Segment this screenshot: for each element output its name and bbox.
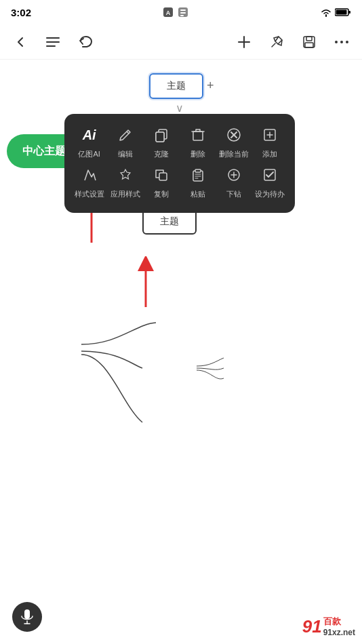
svg-rect-5 <box>180 15 184 16</box>
svg-point-19 <box>340 41 343 43</box>
menu-item-clone[interactable]: 克隆 <box>144 123 180 159</box>
menu-item-style[interactable]: 样式设置 <box>71 163 107 199</box>
status-time: 3:02 <box>11 7 31 18</box>
ai-icon: Ai <box>78 123 101 146</box>
svg-text:A: A <box>166 9 171 16</box>
delete-current-icon <box>222 123 245 146</box>
menu-item-ai[interactable]: Ai 亿图AI <box>71 123 107 159</box>
svg-rect-16 <box>306 37 312 41</box>
svg-point-18 <box>335 41 338 43</box>
add-button[interactable] <box>235 33 254 52</box>
menu-item-add[interactable]: 添加 <box>252 123 288 159</box>
watermark-detail: 百款 91xz.net <box>323 616 355 637</box>
menu-row-2: 样式设置 应用样式 复制 <box>71 163 288 199</box>
watermark-prefix: 91 <box>302 616 322 637</box>
paste-label: 粘贴 <box>190 189 205 199</box>
context-menu: ∨ Ai 亿图AI 编辑 <box>64 114 295 213</box>
svg-rect-4 <box>180 12 186 14</box>
topic-node-top[interactable]: 主题 <box>149 73 203 99</box>
status-center-icons: A <box>162 6 189 18</box>
copy-label: 复制 <box>154 189 169 199</box>
svg-point-20 <box>346 41 348 43</box>
svg-line-14 <box>272 43 275 47</box>
delete-icon <box>186 123 209 146</box>
svg-rect-8 <box>336 10 347 15</box>
svg-line-21 <box>127 132 129 134</box>
watermark-domain: 91xz.net <box>323 628 355 637</box>
svg-rect-17 <box>305 43 313 47</box>
top-toolbar <box>0 24 362 60</box>
voice-button[interactable] <box>12 602 42 632</box>
wifi-icon <box>320 7 332 17</box>
menu-item-drill[interactable]: 下钻 <box>216 163 252 199</box>
style-label: 样式设置 <box>75 189 104 199</box>
topic-bottom-label: 主题 <box>160 216 179 228</box>
topic-top-label: 主题 <box>167 80 186 92</box>
svg-rect-50 <box>24 609 30 619</box>
todo-label: 设为待办 <box>255 189 285 199</box>
canvas-area[interactable]: ∨ Ai 亿图AI 编辑 <box>0 60 362 644</box>
menu-item-delete[interactable]: 删除 <box>180 123 216 159</box>
clone-label: 克隆 <box>154 149 169 159</box>
menu-item-todo[interactable]: 设为待办 <box>252 163 288 199</box>
back-button[interactable] <box>11 33 30 52</box>
apply-style-label: 应用样式 <box>110 189 140 199</box>
list-button[interactable] <box>43 33 62 52</box>
svg-rect-25 <box>193 132 203 140</box>
apply-style-icon <box>114 163 137 186</box>
toolbar-left <box>11 33 95 52</box>
undo-button[interactable] <box>76 33 95 52</box>
svg-rect-24 <box>156 132 164 142</box>
drill-label: 下钻 <box>226 189 241 199</box>
menu-item-paste[interactable]: 粘贴 <box>180 163 216 199</box>
drill-icon <box>222 163 245 186</box>
menu-item-edit[interactable]: 编辑 <box>107 123 143 159</box>
status-bar: 3:02 A <box>0 0 362 24</box>
ai-label: 亿图AI <box>78 149 100 159</box>
svg-rect-36 <box>159 173 167 180</box>
save-button[interactable] <box>300 33 319 52</box>
collapse-indicator[interactable]: ∨ <box>176 102 184 115</box>
battery-icon <box>335 7 351 17</box>
menu-row-1: Ai 亿图AI 编辑 <box>71 123 288 159</box>
copy-icon <box>150 163 173 186</box>
menu-item-apply-style[interactable]: 应用样式 <box>107 163 143 199</box>
svg-rect-7 <box>348 11 350 14</box>
add-icon <box>258 123 281 146</box>
add-child-button[interactable]: + <box>207 79 214 93</box>
delete-label: 删除 <box>190 149 205 159</box>
pin-button[interactable] <box>267 33 286 52</box>
svg-rect-3 <box>180 9 186 11</box>
edit-icon <box>114 123 137 146</box>
svg-rect-38 <box>195 169 201 172</box>
edit-label: 编辑 <box>118 149 133 159</box>
delete-current-label: 删除当前 <box>219 149 249 159</box>
center-node-label: 中心主题 <box>22 144 66 159</box>
red-arrow-2 <box>136 256 156 310</box>
menu-item-delete-current[interactable]: 删除当前 <box>216 123 252 159</box>
paste-icon <box>186 163 209 186</box>
system-icons <box>320 7 351 17</box>
watermark-middle: 百款 <box>323 616 355 628</box>
app-icon-2 <box>177 6 189 18</box>
app-icon-1: A <box>162 6 174 18</box>
watermark: 91 百款 91xz.net <box>302 616 355 637</box>
clone-icon <box>150 123 173 146</box>
toolbar-right <box>235 33 351 52</box>
menu-item-copy[interactable]: 复制 <box>144 163 180 199</box>
add-label: 添加 <box>262 149 277 159</box>
more-button[interactable] <box>332 33 351 52</box>
style-icon <box>78 163 101 186</box>
todo-icon <box>258 163 281 186</box>
